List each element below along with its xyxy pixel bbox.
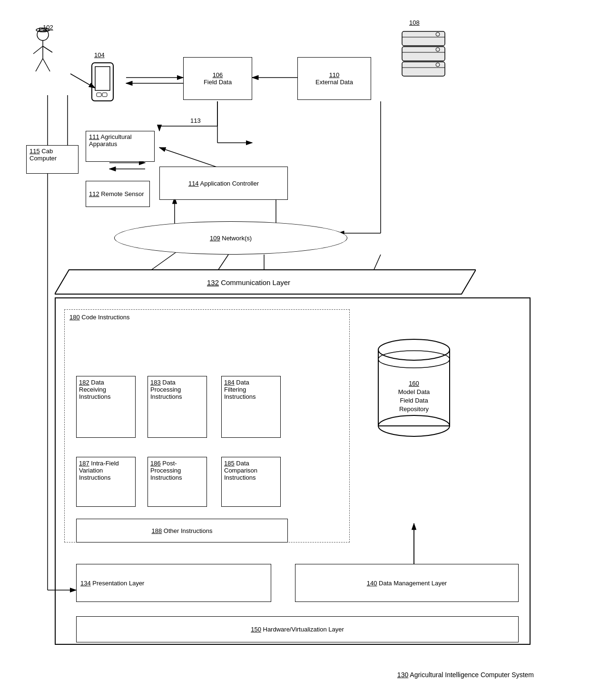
svg-text:160: 160 [409, 380, 419, 387]
network-ellipse: 109 Network(s) [114, 221, 347, 255]
svg-line-52 [43, 59, 50, 71]
model-data-repository: 160 Model Data Field Data Repository [369, 333, 459, 439]
post-processing-box: 186 Post-ProcessingInstructions [148, 457, 207, 507]
data-receiving-box: 182 DataReceivingInstructions [76, 376, 136, 438]
svg-text:132 Communication Layer: 132 Communication Layer [207, 278, 290, 286]
data-comparison-box: 185 DataComparisonInstructions [221, 457, 281, 507]
svg-point-69 [378, 339, 450, 360]
svg-rect-68 [378, 350, 450, 426]
communication-layer: 132 Communication Layer [55, 269, 476, 295]
data-processing-box: 183 DataProcessingInstructions [148, 376, 207, 438]
svg-text:Field Data: Field Data [400, 397, 428, 404]
svg-rect-55 [97, 93, 101, 97]
agricultural-apparatus-box: 111 AgriculturalApparatus [86, 131, 155, 162]
svg-rect-57 [402, 62, 445, 76]
phone-device: 104 [89, 62, 116, 104]
remote-sensor-box: 112 Remote Sensor [86, 181, 150, 207]
svg-text:Repository: Repository [399, 405, 429, 413]
data-management-layer-box: 140 Data Management Layer [295, 564, 519, 602]
external-data-label: External Data [315, 79, 353, 86]
cab-computer-box: 115 CabComputer [26, 145, 79, 174]
svg-text:113: 113 [190, 117, 201, 124]
hardware-layer-box: 150 Hardware/Virtualization Layer [76, 616, 519, 642]
person-ref: 102 [43, 24, 53, 31]
svg-line-51 [36, 59, 43, 71]
svg-rect-63 [402, 31, 445, 46]
svg-line-49 [33, 46, 43, 54]
field-data-box: 106 Field Data [183, 57, 252, 100]
presentation-layer-box: 134 Presentation Layer [76, 564, 271, 602]
server-stack: 108 [400, 29, 447, 82]
person-figure: 102 [26, 26, 59, 84]
svg-rect-54 [95, 67, 110, 90]
data-filtering-box: 184 DataFilteringInstructions [221, 376, 281, 438]
svg-line-50 [43, 46, 52, 52]
diagram: 113 [0, 0, 590, 700]
field-data-label: Field Data [204, 79, 232, 86]
svg-rect-60 [402, 47, 445, 61]
application-controller-box: 114 Application Controller [159, 167, 288, 200]
svg-rect-56 [102, 93, 107, 97]
external-data-box: 110 External Data [297, 57, 371, 100]
other-instructions-box: 188 Other Instructions [76, 519, 288, 542]
svg-text:Model Data: Model Data [398, 388, 430, 395]
intra-field-box: 187 Intra-FieldVariationInstructions [76, 457, 136, 507]
outer-system-label: 130 Agricultural Intelligence Computer S… [397, 671, 534, 679]
